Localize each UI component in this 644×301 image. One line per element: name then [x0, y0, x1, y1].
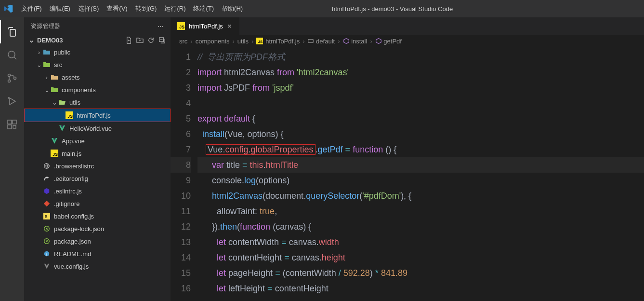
- code-editor[interactable]: 12345678910111213141516 // 导出页面为PDF格式imp…: [171, 47, 644, 301]
- run-debug-icon[interactable]: [0, 90, 24, 113]
- code-line[interactable]: Vue.config.globalProperties.getPdf = fun…: [197, 142, 644, 157]
- menu-file[interactable]: 文件(F): [17, 1, 46, 16]
- line-number: 5: [171, 111, 191, 126]
- tree-item[interactable]: package-lock.json: [24, 222, 171, 235]
- file-tree: ›public⌄src›assets⌄components⌄utils JSht…: [24, 46, 171, 301]
- line-number: 16: [171, 281, 191, 296]
- editor-tab-active[interactable]: JS htmlToPdf.js ✕: [171, 17, 239, 35]
- line-number: 3: [171, 80, 191, 96]
- sidebar-more-icon[interactable]: ⋯: [158, 23, 164, 30]
- menu-selection[interactable]: 选择(S): [74, 1, 103, 16]
- tree-item[interactable]: ›public: [24, 46, 171, 58]
- spacer: [43, 150, 50, 157]
- code-line[interactable]: let contentHeight = canvas.height: [197, 250, 644, 265]
- tree-item-label: .eslintrc.js: [54, 188, 82, 195]
- code-line[interactable]: export default {: [197, 111, 644, 126]
- explorer-section-header[interactable]: ⌄ DEMO03: [24, 35, 171, 46]
- svg-rect-7: [8, 125, 12, 129]
- tree-item[interactable]: JSmain.js: [24, 147, 171, 160]
- code-line[interactable]: import JsPDF from 'jspdf': [197, 80, 644, 96]
- new-folder-icon[interactable]: [136, 37, 144, 44]
- breadcrumb-item[interactable]: default: [316, 38, 335, 45]
- svg-text:i: i: [46, 252, 47, 257]
- refresh-icon[interactable]: [147, 37, 155, 44]
- tree-item-label: utils: [69, 99, 80, 106]
- editor-tabs: JS htmlToPdf.js ✕: [171, 17, 644, 35]
- code-line[interactable]: }).then(function (canvas) {: [197, 219, 644, 234]
- line-number: 15: [171, 265, 191, 281]
- chevron-down-icon: ⌄: [43, 86, 50, 94]
- menu-run[interactable]: 运行(R): [160, 1, 189, 16]
- breadcrumb-item[interactable]: src: [179, 38, 187, 45]
- source-control-icon[interactable]: [0, 67, 24, 90]
- svg-rect-8: [13, 125, 16, 128]
- svg-rect-5: [8, 120, 12, 124]
- code-line[interactable]: // 导出页面为PDF格式: [197, 49, 644, 65]
- extensions-icon[interactable]: [0, 113, 24, 136]
- menu-terminal[interactable]: 终端(T): [189, 1, 218, 16]
- tree-item-label: .browserslistrc: [54, 163, 94, 170]
- code-line[interactable]: console.log(options): [197, 173, 644, 188]
- search-icon[interactable]: [0, 43, 24, 67]
- close-icon[interactable]: ✕: [227, 23, 232, 30]
- tree-item[interactable]: ›assets: [24, 71, 171, 83]
- file-icon: JS: [50, 150, 59, 157]
- menu-view[interactable]: 查看(V): [103, 1, 131, 16]
- tree-item[interactable]: App.vue: [24, 135, 171, 147]
- collapse-all-icon[interactable]: [158, 37, 166, 44]
- tree-item[interactable]: HelloWorld.vue: [24, 122, 171, 135]
- code-line[interactable]: let leftHeight = contentHeight: [197, 281, 644, 296]
- tree-item[interactable]: Bbabel.config.js: [24, 210, 171, 222]
- tree-item[interactable]: ⌄components: [24, 83, 171, 96]
- explorer-icon[interactable]: [0, 20, 24, 43]
- tree-item[interactable]: .gitignore: [24, 197, 171, 210]
- tree-item[interactable]: .editorconfig: [24, 172, 171, 185]
- breadcrumb-item[interactable]: install: [351, 38, 367, 45]
- file-icon: [50, 86, 59, 94]
- code-line[interactable]: let pageHeight = (contentWidth / 592.28)…: [197, 265, 644, 281]
- tree-item[interactable]: package.json: [24, 235, 171, 247]
- code-line[interactable]: import html2Canvas from 'html2canvas': [197, 65, 644, 80]
- code-line[interactable]: var title = this.htmlTitle: [197, 157, 644, 173]
- tree-item[interactable]: vue.config.js: [24, 260, 171, 273]
- code-content[interactable]: // 导出页面为PDF格式import html2Canvas from 'ht…: [197, 47, 644, 301]
- tree-item-label: package.json: [54, 238, 91, 245]
- tree-item[interactable]: ⌄utils: [24, 96, 171, 109]
- tree-item[interactable]: .eslintrc.js: [24, 185, 171, 197]
- editor-area: JS htmlToPdf.js ✕ src› components› utils…: [171, 17, 644, 301]
- code-line[interactable]: install(Vue, options) {: [197, 126, 644, 142]
- menu-edit[interactable]: 编辑(E): [46, 1, 74, 16]
- file-icon: B: [42, 213, 51, 219]
- sidebar-title: 资源管理器: [31, 22, 61, 30]
- title-bar: 文件(F) 编辑(E) 选择(S) 查看(V) 转到(G) 运行(R) 终端(T…: [0, 0, 644, 17]
- tree-item[interactable]: .browserslistrc: [24, 160, 171, 172]
- file-icon: [50, 73, 59, 81]
- code-line[interactable]: html2Canvas(document.querySelector('#pdf…: [197, 188, 644, 204]
- line-number: 1: [171, 49, 191, 65]
- breadcrumb-item[interactable]: components: [196, 38, 230, 45]
- file-icon: [50, 137, 59, 145]
- menu-help[interactable]: 帮助(H): [218, 1, 247, 16]
- file-icon: [42, 200, 51, 207]
- menu-goto[interactable]: 转到(G): [131, 1, 161, 16]
- breadcrumb-item[interactable]: htmlToPdf.js: [265, 38, 300, 45]
- spacer: [36, 213, 42, 220]
- file-icon: [42, 48, 51, 56]
- tree-item-selected[interactable]: JShtmlToPdf.js: [24, 109, 171, 122]
- breadcrumb-item[interactable]: utils: [237, 38, 249, 45]
- spacer: [36, 263, 42, 270]
- new-file-icon[interactable]: [125, 37, 132, 44]
- tree-item[interactable]: iREADME.md: [24, 247, 171, 260]
- file-icon: [42, 225, 51, 232]
- line-number-gutter: 12345678910111213141516: [171, 47, 197, 301]
- tree-item[interactable]: ⌄src: [24, 58, 171, 71]
- code-line[interactable]: let contentWidth = canvas.width: [197, 234, 644, 250]
- code-line[interactable]: [197, 96, 644, 111]
- breadcrumbs[interactable]: src› components› utils› JShtmlToPdf.js› …: [171, 35, 644, 47]
- spacer: [36, 175, 42, 182]
- tree-item-label: .editorconfig: [54, 175, 88, 182]
- code-line[interactable]: allowTaint: true,: [197, 204, 644, 219]
- line-number: 13: [171, 234, 191, 250]
- breadcrumb-item[interactable]: getPdf: [383, 38, 402, 45]
- spacer: [51, 125, 58, 132]
